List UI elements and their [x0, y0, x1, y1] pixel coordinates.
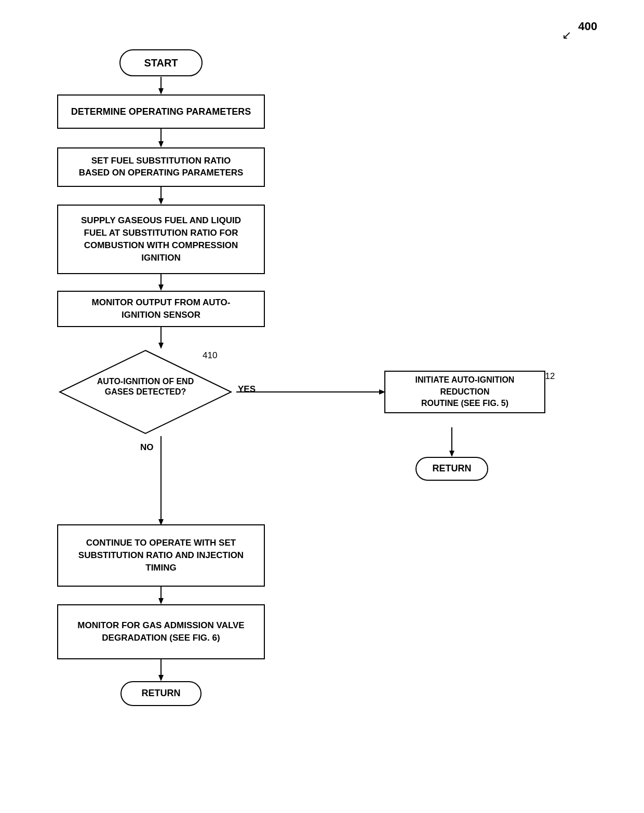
- yes-label: YES: [238, 384, 256, 395]
- svg-marker-19: [449, 451, 454, 457]
- figure-label: 400: [578, 20, 597, 33]
- node-412: INITIATE AUTO-IGNITION REDUCTIONROUTINE …: [384, 371, 545, 413]
- figure-arrow: ↙: [562, 29, 571, 42]
- start-node: START: [119, 49, 203, 76]
- flowchart-diagram: 400 ↙ START 402: [0, 0, 644, 813]
- svg-marker-3: [158, 141, 164, 147]
- node-408: MONITOR OUTPUT FROM AUTO-IGNITION SENSOR: [57, 291, 265, 327]
- svg-marker-1: [158, 88, 164, 94]
- svg-marker-7: [158, 284, 164, 291]
- node-414: CONTINUE TO OPERATE WITH SETSUBSTITUTION…: [57, 524, 265, 587]
- node-402: DETERMINE OPERATING PARAMETERS: [57, 94, 265, 129]
- return-main-node: RETURN: [120, 681, 202, 706]
- svg-text:AUTO-IGNITION OF END: AUTO-IGNITION OF END: [97, 377, 194, 386]
- node-416: MONITOR FOR GAS ADMISSION VALVEDEGRADATI…: [57, 604, 265, 659]
- svg-marker-5: [158, 198, 164, 205]
- node-404: SET FUEL SUBSTITUTION RATIOBASED ON OPER…: [57, 147, 265, 187]
- svg-marker-15: [158, 598, 164, 604]
- node-406: SUPPLY GASEOUS FUEL AND LIQUIDFUEL AT SU…: [57, 205, 265, 274]
- node-410-diamond: AUTO-IGNITION OF END GASES DETECTED?: [57, 348, 234, 436]
- no-label: NO: [140, 442, 154, 453]
- svg-text:GASES DETECTED?: GASES DETECTED?: [105, 387, 186, 396]
- svg-marker-17: [158, 675, 164, 681]
- return-right-node: RETURN: [415, 457, 488, 481]
